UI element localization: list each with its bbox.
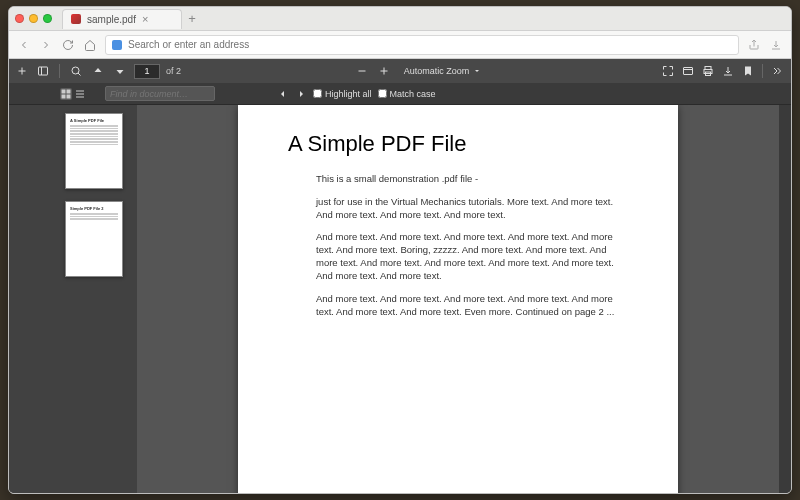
pdf-viewer[interactable]: A Simple PDF File This is a small demons…: [137, 105, 779, 493]
pdf-content-area: A Simple PDF File Simple PDF File 2 A Si…: [9, 105, 791, 493]
home-button[interactable]: [83, 38, 97, 52]
forward-button[interactable]: [39, 38, 53, 52]
zoom-value: Automatic Zoom: [404, 66, 470, 76]
add-tab-icon[interactable]: [15, 63, 29, 79]
download-button[interactable]: [720, 63, 736, 79]
separator: [59, 64, 60, 78]
separator: [762, 64, 763, 78]
pdf-favicon: [71, 14, 81, 24]
thumbnail-2-title: Simple PDF File 2: [70, 206, 118, 211]
find-input[interactable]: [105, 86, 215, 101]
highlight-all-checkbox[interactable]: Highlight all: [313, 89, 372, 99]
tab-title: sample.pdf: [87, 14, 136, 25]
thumbnail-1-title: A Simple PDF File: [70, 118, 118, 123]
browser-tab[interactable]: sample.pdf ×: [62, 9, 182, 29]
outline-view-button[interactable]: [74, 88, 86, 100]
presentation-mode-button[interactable]: [660, 63, 676, 79]
address-bar: [9, 31, 791, 59]
page-count-label: of 2: [166, 66, 181, 76]
document-para-3: And more text. And more text. And more t…: [316, 293, 624, 319]
chevron-down-icon: [473, 67, 481, 75]
toggle-sidebar-button[interactable]: [35, 63, 51, 79]
bookmark-button[interactable]: [740, 63, 756, 79]
back-button[interactable]: [17, 38, 31, 52]
tab-close-button[interactable]: ×: [142, 13, 148, 25]
url-box[interactable]: [105, 35, 739, 55]
find-button[interactable]: [68, 63, 84, 79]
match-case-label: Match case: [390, 89, 436, 99]
svg-point-7: [72, 67, 79, 74]
prev-page-button[interactable]: [90, 63, 106, 79]
reload-button[interactable]: [61, 38, 75, 52]
find-bar: Highlight all Match case: [9, 83, 791, 105]
url-input[interactable]: [128, 39, 732, 50]
match-case-input[interactable]: [378, 89, 387, 98]
document-intro: This is a small demonstration .pdf file …: [316, 173, 624, 186]
thumbnail-page-1[interactable]: A Simple PDF File: [65, 113, 123, 189]
svg-rect-5: [39, 67, 48, 75]
svg-rect-23: [62, 94, 66, 98]
find-next-button[interactable]: [295, 88, 307, 100]
svg-line-8: [78, 73, 81, 76]
close-window-button[interactable]: [15, 14, 24, 23]
new-tab-button[interactable]: +: [182, 11, 202, 26]
zoom-in-button[interactable]: [376, 63, 392, 79]
svg-marker-14: [475, 70, 479, 72]
left-gutter: [9, 105, 51, 493]
zoom-select[interactable]: Automatic Zoom: [398, 64, 488, 78]
highlight-all-input[interactable]: [313, 89, 322, 98]
site-identity-icon: [112, 40, 122, 50]
print-button[interactable]: [700, 63, 716, 79]
svg-marker-9: [95, 68, 102, 72]
browser-window: sample.pdf × +: [8, 6, 792, 494]
open-file-button[interactable]: [680, 63, 696, 79]
svg-marker-28: [281, 91, 284, 97]
maximize-window-button[interactable]: [43, 14, 52, 23]
zoom-out-button[interactable]: [354, 63, 370, 79]
document-para-2: And more text. And more text. And more t…: [316, 231, 624, 282]
page-number-input[interactable]: [134, 64, 160, 79]
svg-marker-29: [300, 91, 303, 97]
thumbnail-page-2[interactable]: Simple PDF File 2: [65, 201, 123, 277]
share-button[interactable]: [747, 38, 761, 52]
pdf-page-1: A Simple PDF File This is a small demons…: [238, 105, 678, 493]
window-controls: [15, 14, 52, 23]
vertical-scrollbar[interactable]: [779, 105, 791, 493]
document-para-1: just for use in the Virtual Mechanics tu…: [316, 196, 624, 222]
highlight-all-label: Highlight all: [325, 89, 372, 99]
pdf-toolbar: of 2 Automatic Zoom: [9, 59, 791, 83]
tools-menu-button[interactable]: [769, 63, 785, 79]
find-prev-button[interactable]: [277, 88, 289, 100]
minimize-window-button[interactable]: [29, 14, 38, 23]
svg-rect-15: [684, 68, 693, 75]
downloads-button[interactable]: [769, 38, 783, 52]
svg-rect-24: [67, 94, 71, 98]
next-page-button[interactable]: [112, 63, 128, 79]
tab-strip: sample.pdf × +: [9, 7, 791, 31]
svg-rect-21: [62, 89, 66, 93]
svg-rect-22: [67, 89, 71, 93]
document-title: A Simple PDF File: [288, 131, 624, 157]
match-case-checkbox[interactable]: Match case: [378, 89, 436, 99]
thumbnail-view-button[interactable]: [60, 88, 72, 100]
svg-marker-10: [117, 70, 124, 74]
thumbnail-panel: A Simple PDF File Simple PDF File 2: [51, 105, 137, 493]
